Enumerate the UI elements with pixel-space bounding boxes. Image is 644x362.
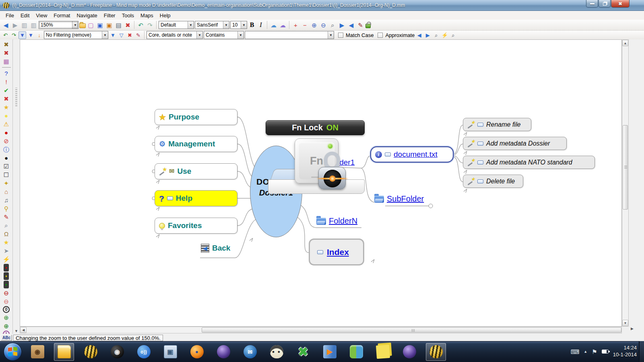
menu-view[interactable]: View (33, 12, 50, 19)
icon-stop[interactable]: ● (2, 129, 11, 136)
remove-link-icon[interactable]: − (301, 21, 309, 29)
menu-file[interactable]: File (2, 12, 17, 19)
divider-grip[interactable] (15, 88, 17, 106)
vertical-scroll-thumb[interactable] (623, 125, 628, 210)
start-button[interactable] (4, 343, 22, 361)
taskbar-wmp[interactable]: ▶ (320, 343, 340, 361)
icon-bomb[interactable]: ● (2, 154, 11, 162)
node-rename-file[interactable]: Rename file (463, 118, 531, 131)
icon-password[interactable]: ⚲ (2, 205, 11, 212)
icon-ok[interactable]: ✔ (2, 86, 11, 94)
search-scope-combo[interactable]: Core, details or note ▼ (147, 31, 203, 39)
icon-zero[interactable]: 0 (3, 306, 10, 313)
save-map-icon[interactable]: ▣ (96, 21, 104, 29)
taskbar-obs[interactable]: ◉ (107, 343, 127, 361)
scroll-down-arrow[interactable]: ▼ (622, 320, 628, 326)
node-management[interactable]: ⚙ Management (155, 136, 237, 152)
save-map-as-icon[interactable]: ▣ (105, 21, 114, 29)
menu-format[interactable]: Format (50, 12, 73, 19)
vertical-scrollbar[interactable]: ▲ ▼ (622, 39, 629, 327)
redo-icon[interactable]: ↷ (146, 21, 154, 29)
icon-important[interactable]: ! (2, 78, 11, 86)
find-previous-icon[interactable]: ◀ (415, 31, 423, 39)
show-desktop-button[interactable] (639, 341, 644, 362)
remove-filter-icon[interactable]: ✖ (126, 31, 134, 39)
icon-home[interactable]: ⌂ (2, 188, 11, 195)
approximate-checkbox[interactable] (378, 33, 383, 38)
icon-traffic-yellow[interactable]: ● (4, 272, 9, 280)
unfold-filtered-icon[interactable]: ↓ (35, 31, 43, 39)
taskbar-sticky-notes[interactable] (373, 343, 393, 361)
font-combo[interactable]: SansSerif ▼ (195, 21, 229, 29)
taskbar-firefox[interactable]: ● (187, 343, 207, 361)
style-combo[interactable]: Default ▼ (159, 21, 194, 29)
icon-unchecked[interactable]: ☐ (2, 171, 11, 179)
open-map-icon[interactable] (79, 23, 86, 28)
previous-view-icon[interactable]: ▥ (20, 21, 29, 29)
undo-icon[interactable]: ↶ (136, 21, 145, 29)
icon-bell[interactable]: Ω (2, 230, 11, 238)
taskbar-eclipse-2[interactable] (399, 343, 419, 361)
icon-prohibited[interactable]: ⊖ (2, 289, 11, 297)
right-collapse-arrow[interactable]: ▶ (631, 327, 634, 331)
icon-not-ok[interactable]: ✖ (2, 95, 11, 103)
filter-dialog-icon[interactable]: ▽ (118, 31, 125, 39)
icon-flash[interactable]: ⚡ (2, 255, 11, 263)
taskbar-freeplane-2[interactable] (426, 343, 446, 361)
icon-sound[interactable]: ♫ (2, 196, 11, 204)
search-input-combo[interactable]: ▼ (245, 31, 334, 39)
match-case-checkbox[interactable] (338, 33, 343, 38)
battery-icon[interactable] (602, 350, 609, 354)
node-purpose[interactable]: ★ Purpose (155, 109, 237, 125)
cloud-color-icon[interactable]: ☁ (279, 21, 287, 29)
redo-filter-icon[interactable]: ↷ (10, 31, 18, 39)
chevron-down-icon[interactable]: ▼ (241, 21, 247, 29)
italic-button[interactable]: I (257, 21, 265, 29)
icon-help[interactable]: ? (2, 70, 11, 77)
menu-navigate[interactable]: Navigate (73, 12, 100, 19)
icon-info[interactable]: ⓘ (2, 146, 11, 153)
sidebar-collapse-arrow[interactable]: ▼ (14, 329, 18, 333)
menu-maps[interactable]: Maps (137, 12, 157, 19)
chevron-down-icon[interactable]: ▼ (223, 21, 229, 29)
taskbar-thunderbird[interactable]: ✉ (240, 343, 260, 361)
node-add-metadata-nato[interactable]: Add metadata NATO standard (463, 156, 595, 169)
chevron-down-icon[interactable]: ▼ (237, 31, 244, 39)
taskbar-volume-app[interactable]: o)) (134, 343, 154, 361)
taskbar-explorer[interactable] (54, 343, 74, 361)
chevron-down-icon[interactable]: ▼ (196, 31, 202, 39)
node-foldern[interactable]: FolderN (316, 216, 357, 226)
remove-last-icon-tool[interactable]: ✖ (2, 49, 11, 57)
horizontal-scroll-thumb[interactable] (202, 327, 621, 333)
cloud-icon[interactable]: ☁ (269, 21, 278, 29)
add-link-icon[interactable]: + (291, 21, 300, 29)
previous-map-icon[interactable]: ◀ (2, 21, 10, 29)
spellcheck-button[interactable]: ABc (1, 335, 12, 341)
icon-plus-outline[interactable]: ⊕ (2, 314, 11, 321)
action-center-flag-icon[interactable]: ⚑ (592, 349, 597, 355)
reapply-filter-icon[interactable]: ▼ (109, 31, 117, 39)
remove-all-icons-tool[interactable]: ▦ (2, 58, 11, 65)
next-map-icon[interactable]: ▶ (11, 21, 19, 29)
menu-edit[interactable]: Edit (17, 12, 33, 19)
restore-button[interactable] (599, 0, 611, 8)
icon-launch[interactable]: ➤ (2, 247, 11, 255)
taskbar-messenger[interactable] (346, 343, 366, 361)
zoom-to-selection-icon[interactable]: ⌕ (328, 21, 337, 29)
bold-button[interactable]: B (248, 21, 256, 29)
formatting-lock-icon[interactable] (365, 24, 371, 28)
node-back[interactable]: ◀ Back (201, 244, 230, 253)
icon-closed[interactable]: ⊘ (2, 137, 11, 145)
icon-bookmark[interactable]: ★ (2, 239, 11, 246)
find-next-icon[interactable]: ▶ (424, 31, 431, 39)
font-size-combo[interactable]: 10 ▼ (230, 21, 247, 29)
chevron-down-icon[interactable]: ▼ (328, 31, 334, 39)
icon-magnifier[interactable]: ⌕ (2, 222, 11, 229)
chevron-down-icon[interactable]: ▼ (72, 21, 78, 29)
node-use[interactable]: ✉ Use (155, 163, 237, 179)
zoom-combo[interactable]: 150% ▼ (39, 21, 78, 29)
next-presentation-icon[interactable]: ▶ (338, 21, 346, 29)
taskbar-freeplane[interactable] (80, 343, 101, 361)
icon-plus[interactable]: ⊕ (2, 322, 11, 330)
show-hidden-icons[interactable]: ▲ (584, 350, 587, 354)
